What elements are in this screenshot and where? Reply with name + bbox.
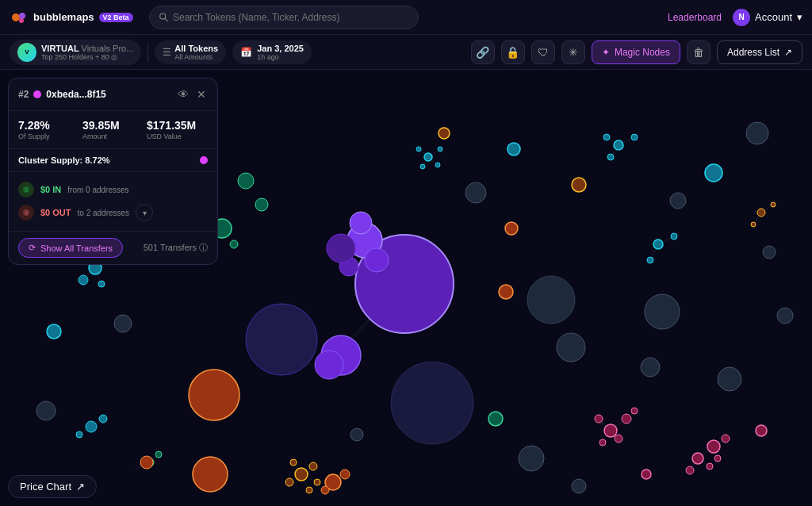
search-bar[interactable] [149, 6, 419, 29]
address-list-label: Address List [727, 47, 779, 58]
node-panel: #2 0xbeda...8f15 👁 ✕ 7.28% Of Supply 39.… [8, 78, 218, 265]
date-chip[interactable]: 📅 Jan 3, 2025 1h ago [232, 40, 312, 64]
svg-text:↑: ↑ [25, 209, 28, 217]
search-input[interactable] [173, 12, 408, 23]
svg-point-92 [295, 468, 308, 481]
svg-point-115 [114, 315, 132, 332]
svg-point-57 [365, 248, 389, 272]
svg-point-109 [707, 463, 713, 470]
chip-divider [147, 43, 148, 62]
leaderboard-link[interactable]: Leaderboard [668, 12, 722, 23]
svg-point-122 [350, 428, 363, 441]
address-list-button[interactable]: Address List ↗ [717, 40, 802, 64]
svg-point-121 [36, 401, 56, 420]
svg-point-72 [76, 431, 82, 438]
svg-point-129 [614, 140, 623, 150]
magic-nodes-button[interactable]: ✦ Magic Nodes [592, 40, 680, 64]
svg-point-0 [12, 13, 20, 21]
supply-stat: 7.28% Of Supply [18, 119, 79, 140]
svg-point-126 [746, 122, 768, 144]
amount-label: Amount [82, 132, 144, 140]
node-stats: 7.28% Of Supply 39.85M Amount $171.35M U… [9, 111, 217, 149]
svg-point-142 [771, 202, 776, 207]
link-icon-btn[interactable]: 🔗 [471, 40, 495, 64]
svg-point-101 [622, 414, 631, 424]
svg-point-105 [631, 408, 638, 414]
svg-point-71 [99, 415, 107, 423]
svg-point-106 [692, 453, 703, 464]
svg-point-143 [751, 222, 756, 227]
svg-point-120 [777, 308, 793, 324]
price-chart-label: Price Chart [20, 481, 71, 493]
svg-point-97 [306, 487, 312, 493]
token-chip[interactable]: V VIRTUAL Virtuals Pro... Top 250 Holder… [10, 40, 141, 65]
transfer-out-icon: ↑ [18, 205, 34, 220]
svg-point-59 [327, 234, 355, 263]
hide-icon-btn[interactable]: 👁 [176, 86, 190, 102]
svg-point-53 [391, 362, 473, 444]
nav-right: Leaderboard N Account ▾ [668, 9, 802, 26]
svg-point-135 [647, 257, 653, 263]
show-all-transfers-button[interactable]: ⟳ Show All Transfers [18, 238, 123, 258]
svg-point-96 [314, 479, 320, 485]
svg-point-90 [499, 285, 513, 299]
svg-point-86 [140, 456, 153, 469]
show-transfers-label: Show All Transfers [40, 243, 113, 253]
filter-label: All Tokens [174, 44, 218, 53]
supply-value: 7.28% [18, 119, 79, 132]
svg-point-54 [527, 276, 575, 324]
svg-point-116 [465, 182, 486, 203]
svg-point-133 [653, 240, 663, 249]
external-link-icon: ↗ [784, 47, 792, 58]
svg-point-69 [98, 281, 105, 287]
lock-icon-btn[interactable]: 🔒 [501, 40, 525, 64]
svg-point-94 [285, 478, 293, 486]
asterisk-icon-btn[interactable]: ✳ [561, 40, 585, 64]
svg-point-95 [290, 459, 297, 466]
svg-point-125 [641, 358, 660, 377]
svg-point-124 [572, 479, 586, 493]
transfer-expand-btn[interactable]: ▾ [136, 204, 153, 221]
svg-point-137 [438, 147, 442, 151]
token-sub: Top 250 Holders + 80 ◎ [41, 53, 133, 61]
svg-point-2 [19, 18, 24, 23]
svg-point-68 [79, 275, 88, 285]
svg-point-119 [718, 367, 741, 391]
search-icon [159, 13, 168, 22]
price-chart-button[interactable]: Price Chart ↗ [8, 475, 97, 498]
delete-icon-btn[interactable]: 🗑 [687, 40, 710, 64]
account-button[interactable]: N Account ▾ [733, 9, 802, 26]
logo-area[interactable]: bubblemaps V2 Beta [10, 8, 133, 27]
filter-chip[interactable]: ☰ All Tokens All Amounts [155, 40, 226, 64]
svg-point-127 [670, 193, 686, 209]
svg-point-89 [321, 486, 329, 494]
usd-stat: $171.35M USD Value [147, 119, 208, 140]
svg-point-140 [435, 163, 440, 167]
svg-point-128 [763, 246, 776, 259]
transfers-count: 501 Transfers ⓘ [144, 242, 208, 254]
svg-point-107 [707, 440, 720, 453]
canvas-area[interactable]: #2 0xbeda...8f15 👁 ✕ 7.28% Of Supply 39.… [0, 70, 812, 506]
svg-point-113 [756, 425, 767, 436]
usd-label: USD Value [147, 132, 208, 140]
transfer-in-icon: ↓ [18, 182, 34, 197]
svg-point-88 [340, 470, 350, 479]
svg-point-136 [424, 153, 432, 161]
transfer-out-amount: $0 OUT [40, 208, 71, 217]
node-address: 0xbeda...8f15 [46, 89, 171, 100]
arrow-in-icon: ↓ [22, 186, 30, 194]
svg-text:↓: ↓ [25, 186, 28, 194]
account-chevron: ▾ [797, 11, 802, 23]
svg-point-74 [705, 164, 722, 182]
shield-icon-btn[interactable]: 🛡 [531, 40, 555, 64]
token-info: VIRTUAL Virtuals Pro... Top 250 Holders … [41, 44, 133, 61]
close-icon-btn[interactable]: ✕ [195, 86, 208, 102]
price-chart-icon: ↗ [76, 481, 85, 493]
svg-point-117 [557, 333, 585, 362]
transfer-section: ↓ $0 IN from 0 addresses ↑ $0 OUT to 2 a… [9, 172, 217, 231]
svg-point-100 [604, 424, 617, 437]
svg-point-123 [519, 446, 544, 471]
svg-point-138 [416, 147, 421, 151]
logo-text: bubblemaps [33, 11, 94, 23]
transfer-out-row: ↑ $0 OUT to 2 addresses ▾ [18, 201, 208, 224]
